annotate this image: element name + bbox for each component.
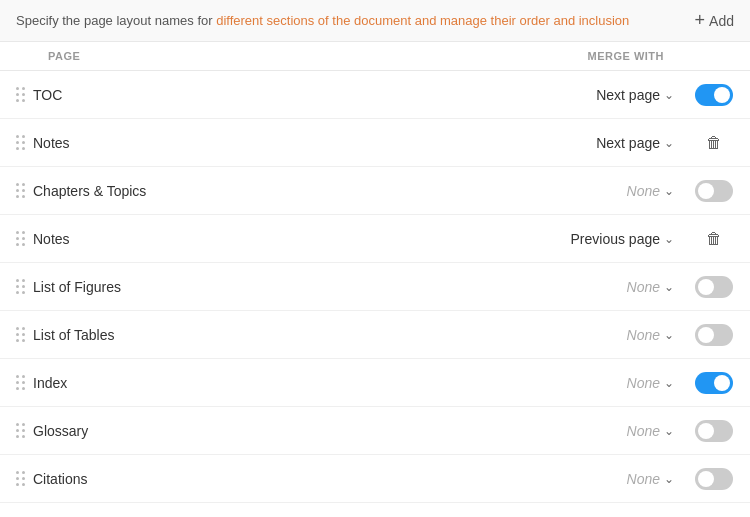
rows-container: TOCNext page⌄NotesNext page⌄🗑Chapters & … bbox=[0, 71, 750, 503]
row-name-chapters: Chapters & Topics bbox=[33, 183, 627, 199]
merge-value-notes1: Next page bbox=[596, 135, 660, 151]
toggle-toc[interactable] bbox=[695, 84, 733, 106]
row-glossary: GlossaryNone⌄ bbox=[0, 407, 750, 455]
action-area-list-figures bbox=[694, 276, 734, 298]
toggle-slider-glossary bbox=[695, 420, 733, 442]
merge-dropdown-list-tables[interactable]: ⌄ bbox=[664, 328, 674, 342]
trash-icon-notes1[interactable]: 🗑 bbox=[706, 134, 722, 152]
row-citations: CitationsNone⌄ bbox=[0, 455, 750, 503]
drag-handle-chapters[interactable] bbox=[16, 179, 33, 202]
drag-handle-notes2[interactable] bbox=[16, 227, 33, 250]
merge-section-index: None⌄ bbox=[627, 375, 674, 391]
toggle-slider-list-figures bbox=[695, 276, 733, 298]
merge-dropdown-list-figures[interactable]: ⌄ bbox=[664, 280, 674, 294]
col-page-label: PAGE bbox=[48, 50, 80, 62]
merge-value-index: None bbox=[627, 375, 660, 391]
merge-dropdown-glossary[interactable]: ⌄ bbox=[664, 424, 674, 438]
merge-dropdown-index[interactable]: ⌄ bbox=[664, 376, 674, 390]
merge-section-notes2: Previous page⌄ bbox=[570, 231, 674, 247]
column-headers: PAGE MERGE WITH bbox=[0, 42, 750, 71]
top-bar: Specify the page layout names for differ… bbox=[0, 0, 750, 42]
merge-dropdown-citations[interactable]: ⌄ bbox=[664, 472, 674, 486]
toggle-chapters[interactable] bbox=[695, 180, 733, 202]
row-index: IndexNone⌄ bbox=[0, 359, 750, 407]
merge-dropdown-toc[interactable]: ⌄ bbox=[664, 88, 674, 102]
toggle-list-figures[interactable] bbox=[695, 276, 733, 298]
toggle-slider-chapters bbox=[695, 180, 733, 202]
add-label: Add bbox=[709, 13, 734, 29]
merge-section-list-figures: None⌄ bbox=[627, 279, 674, 295]
toggle-slider-index bbox=[695, 372, 733, 394]
merge-value-notes2: Previous page bbox=[570, 231, 660, 247]
action-area-notes1: 🗑 bbox=[694, 134, 734, 152]
row-name-list-tables: List of Tables bbox=[33, 327, 627, 343]
merge-dropdown-notes2[interactable]: ⌄ bbox=[664, 232, 674, 246]
row-name-glossary: Glossary bbox=[33, 423, 627, 439]
action-area-notes2: 🗑 bbox=[694, 230, 734, 248]
merge-section-notes1: Next page⌄ bbox=[596, 135, 674, 151]
col-merge-label: MERGE WITH bbox=[588, 50, 665, 62]
row-name-notes2: Notes bbox=[33, 231, 570, 247]
merge-dropdown-chapters[interactable]: ⌄ bbox=[664, 184, 674, 198]
action-area-glossary bbox=[694, 420, 734, 442]
drag-handle-notes1[interactable] bbox=[16, 131, 33, 154]
row-chapters: Chapters & TopicsNone⌄ bbox=[0, 167, 750, 215]
action-area-index bbox=[694, 372, 734, 394]
toggle-index[interactable] bbox=[695, 372, 733, 394]
merge-value-list-tables: None bbox=[627, 327, 660, 343]
drag-handle-index[interactable] bbox=[16, 371, 33, 394]
drag-handle-citations[interactable] bbox=[16, 467, 33, 490]
page-description: Specify the page layout names for differ… bbox=[16, 13, 629, 28]
merge-value-toc: Next page bbox=[596, 87, 660, 103]
row-name-citations: Citations bbox=[33, 471, 627, 487]
toggle-list-tables[interactable] bbox=[695, 324, 733, 346]
toggle-glossary[interactable] bbox=[695, 420, 733, 442]
merge-section-citations: None⌄ bbox=[627, 471, 674, 487]
row-name-notes1: Notes bbox=[33, 135, 596, 151]
toggle-citations[interactable] bbox=[695, 468, 733, 490]
row-name-index: Index bbox=[33, 375, 627, 391]
merge-value-chapters: None bbox=[627, 183, 660, 199]
add-button[interactable]: + Add bbox=[695, 10, 734, 31]
merge-value-citations: None bbox=[627, 471, 660, 487]
row-list-tables: List of TablesNone⌄ bbox=[0, 311, 750, 359]
action-area-toc bbox=[694, 84, 734, 106]
row-name-toc: TOC bbox=[33, 87, 596, 103]
drag-handle-list-tables[interactable] bbox=[16, 323, 33, 346]
toggle-slider-toc bbox=[695, 84, 733, 106]
toggle-slider-citations bbox=[695, 468, 733, 490]
action-area-list-tables bbox=[694, 324, 734, 346]
action-area-citations bbox=[694, 468, 734, 490]
trash-icon-notes2[interactable]: 🗑 bbox=[706, 230, 722, 248]
action-area-chapters bbox=[694, 180, 734, 202]
merge-section-glossary: None⌄ bbox=[627, 423, 674, 439]
merge-section-list-tables: None⌄ bbox=[627, 327, 674, 343]
row-name-list-figures: List of Figures bbox=[33, 279, 627, 295]
merge-section-chapters: None⌄ bbox=[627, 183, 674, 199]
merge-value-glossary: None bbox=[627, 423, 660, 439]
row-list-figures: List of FiguresNone⌄ bbox=[0, 263, 750, 311]
row-notes2: NotesPrevious page⌄🗑 bbox=[0, 215, 750, 263]
row-toc: TOCNext page⌄ bbox=[0, 71, 750, 119]
plus-icon: + bbox=[695, 10, 706, 31]
merge-value-list-figures: None bbox=[627, 279, 660, 295]
drag-handle-glossary[interactable] bbox=[16, 419, 33, 442]
row-notes1: NotesNext page⌄🗑 bbox=[0, 119, 750, 167]
description-highlight: different sections of the document and m… bbox=[216, 13, 629, 28]
toggle-slider-list-tables bbox=[695, 324, 733, 346]
merge-section-toc: Next page⌄ bbox=[596, 87, 674, 103]
drag-handle-list-figures[interactable] bbox=[16, 275, 33, 298]
merge-dropdown-notes1[interactable]: ⌄ bbox=[664, 136, 674, 150]
drag-handle-toc[interactable] bbox=[16, 83, 33, 106]
